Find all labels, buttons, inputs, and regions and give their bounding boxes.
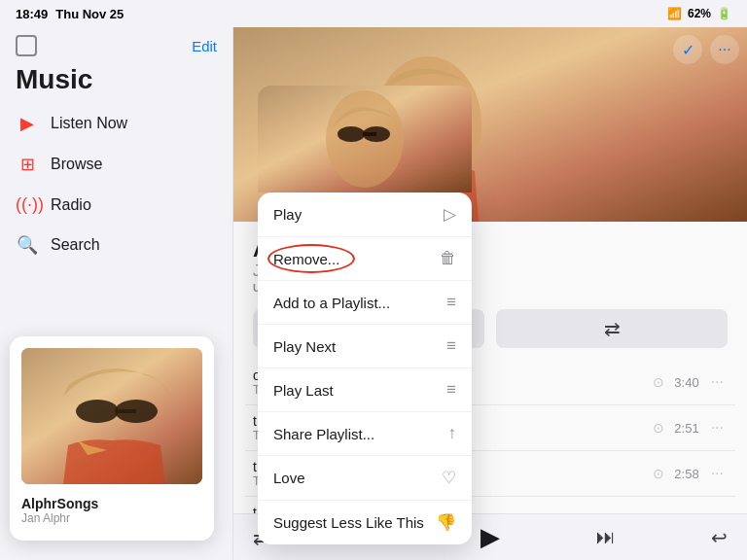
context-play-item[interactable]: Play ▷ — [258, 192, 472, 237]
context-play-icon: ▷ — [444, 204, 456, 225]
add-playlist-icon: ≡ — [446, 293, 456, 312]
context-thumb — [258, 86, 472, 192]
svg-point-10 — [326, 90, 404, 188]
status-left: 18:49 Thu Nov 25 — [16, 7, 124, 21]
context-play-label: Play — [273, 206, 444, 223]
play-last-icon: ≡ — [446, 380, 456, 400]
share-icon: ↑ — [448, 424, 457, 443]
context-suggest-less-item[interactable]: Suggest Less Like This 👎 — [258, 501, 472, 544]
context-play-last-item[interactable]: Play Last ≡ — [258, 368, 472, 412]
context-love-item[interactable]: Love ♡ — [258, 456, 472, 501]
status-right: 📶 62% 🔋 — [667, 7, 731, 20]
status-date: Thu Nov 25 — [55, 7, 124, 21]
context-remove-item[interactable]: Remove... 🗑 — [258, 237, 472, 281]
battery-text: 62% — [688, 7, 711, 20]
context-add-playlist-item[interactable]: Add to a Playlist... ≡ — [258, 281, 472, 325]
status-time: 18:49 — [16, 7, 48, 21]
svg-point-11 — [338, 126, 365, 142]
thumbs-down-icon: 👎 — [436, 512, 456, 533]
context-share-playlist-item[interactable]: Share Playlist... ↑ — [258, 412, 472, 456]
context-overlay: Play ▷ Remove... 🗑 Add to a Playlist... … — [0, 0, 747, 560]
context-love-label: Love — [273, 470, 442, 486]
context-play-next-item[interactable]: Play Next ≡ — [258, 325, 472, 368]
trash-icon: 🗑 — [440, 249, 456, 268]
wifi-icon: 📶 — [667, 7, 682, 20]
play-next-icon: ≡ — [446, 336, 456, 356]
context-share-playlist-label: Share Playlist... — [273, 426, 448, 442]
context-remove-label: Remove... — [273, 251, 440, 267]
status-bar: 18:49 Thu Nov 25 📶 62% 🔋 — [0, 0, 747, 27]
context-add-playlist-label: Add to a Playlist... — [273, 295, 446, 311]
svg-rect-13 — [365, 132, 376, 136]
context-play-next-label: Play Next — [273, 338, 446, 355]
context-play-last-label: Play Last — [273, 382, 446, 399]
battery-icon: 🔋 — [717, 7, 731, 20]
love-icon: ♡ — [442, 468, 456, 488]
context-menu: Play ▷ Remove... 🗑 Add to a Playlist... … — [258, 192, 472, 544]
context-suggest-less-label: Suggest Less Like This — [273, 514, 436, 531]
